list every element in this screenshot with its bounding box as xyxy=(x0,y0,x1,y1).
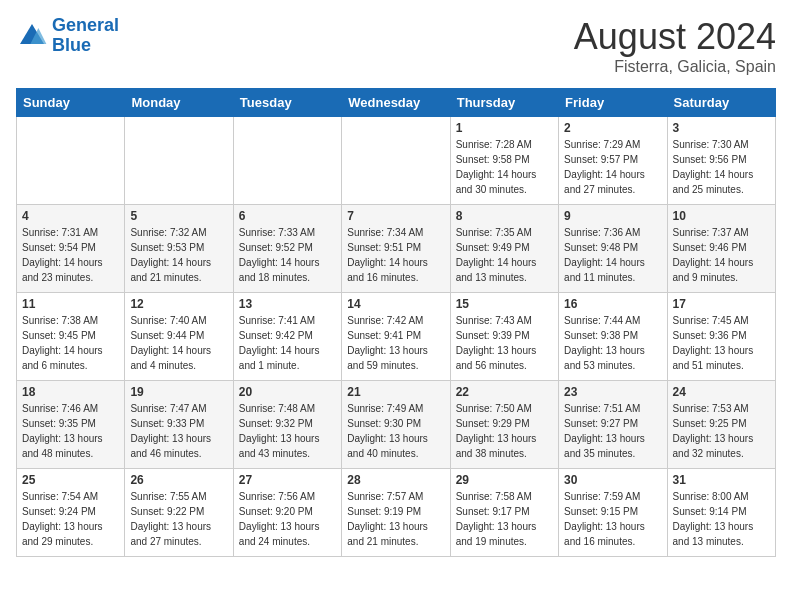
calendar-cell: 11Sunrise: 7:38 AM Sunset: 9:45 PM Dayli… xyxy=(17,293,125,381)
day-content: Sunrise: 8:00 AM Sunset: 9:14 PM Dayligh… xyxy=(673,489,770,549)
calendar-cell: 7Sunrise: 7:34 AM Sunset: 9:51 PM Daylig… xyxy=(342,205,450,293)
calendar-cell: 16Sunrise: 7:44 AM Sunset: 9:38 PM Dayli… xyxy=(559,293,667,381)
day-number: 5 xyxy=(130,209,227,223)
day-header-sunday: Sunday xyxy=(17,89,125,117)
day-content: Sunrise: 7:48 AM Sunset: 9:32 PM Dayligh… xyxy=(239,401,336,461)
day-number: 19 xyxy=(130,385,227,399)
day-content: Sunrise: 7:58 AM Sunset: 9:17 PM Dayligh… xyxy=(456,489,553,549)
day-content: Sunrise: 7:33 AM Sunset: 9:52 PM Dayligh… xyxy=(239,225,336,285)
location: Fisterra, Galicia, Spain xyxy=(574,58,776,76)
day-content: Sunrise: 7:54 AM Sunset: 9:24 PM Dayligh… xyxy=(22,489,119,549)
calendar-cell: 12Sunrise: 7:40 AM Sunset: 9:44 PM Dayli… xyxy=(125,293,233,381)
calendar-cell xyxy=(125,117,233,205)
calendar-cell: 28Sunrise: 7:57 AM Sunset: 9:19 PM Dayli… xyxy=(342,469,450,557)
calendar-cell: 30Sunrise: 7:59 AM Sunset: 9:15 PM Dayli… xyxy=(559,469,667,557)
day-number: 8 xyxy=(456,209,553,223)
calendar-cell: 14Sunrise: 7:42 AM Sunset: 9:41 PM Dayli… xyxy=(342,293,450,381)
calendar-cell: 19Sunrise: 7:47 AM Sunset: 9:33 PM Dayli… xyxy=(125,381,233,469)
day-header-monday: Monday xyxy=(125,89,233,117)
day-number: 9 xyxy=(564,209,661,223)
calendar-body: 1Sunrise: 7:28 AM Sunset: 9:58 PM Daylig… xyxy=(17,117,776,557)
day-number: 14 xyxy=(347,297,444,311)
day-number: 6 xyxy=(239,209,336,223)
day-content: Sunrise: 7:56 AM Sunset: 9:20 PM Dayligh… xyxy=(239,489,336,549)
day-header-saturday: Saturday xyxy=(667,89,775,117)
calendar-cell: 23Sunrise: 7:51 AM Sunset: 9:27 PM Dayli… xyxy=(559,381,667,469)
day-content: Sunrise: 7:38 AM Sunset: 9:45 PM Dayligh… xyxy=(22,313,119,373)
day-content: Sunrise: 7:29 AM Sunset: 9:57 PM Dayligh… xyxy=(564,137,661,197)
day-header-wednesday: Wednesday xyxy=(342,89,450,117)
calendar-cell: 18Sunrise: 7:46 AM Sunset: 9:35 PM Dayli… xyxy=(17,381,125,469)
day-number: 4 xyxy=(22,209,119,223)
day-number: 27 xyxy=(239,473,336,487)
day-number: 26 xyxy=(130,473,227,487)
calendar-cell: 24Sunrise: 7:53 AM Sunset: 9:25 PM Dayli… xyxy=(667,381,775,469)
calendar-cell: 9Sunrise: 7:36 AM Sunset: 9:48 PM Daylig… xyxy=(559,205,667,293)
calendar-cell: 25Sunrise: 7:54 AM Sunset: 9:24 PM Dayli… xyxy=(17,469,125,557)
day-number: 25 xyxy=(22,473,119,487)
day-content: Sunrise: 7:49 AM Sunset: 9:30 PM Dayligh… xyxy=(347,401,444,461)
calendar-cell: 26Sunrise: 7:55 AM Sunset: 9:22 PM Dayli… xyxy=(125,469,233,557)
calendar-cell: 22Sunrise: 7:50 AM Sunset: 9:29 PM Dayli… xyxy=(450,381,558,469)
day-content: Sunrise: 7:32 AM Sunset: 9:53 PM Dayligh… xyxy=(130,225,227,285)
day-header-friday: Friday xyxy=(559,89,667,117)
day-content: Sunrise: 7:53 AM Sunset: 9:25 PM Dayligh… xyxy=(673,401,770,461)
day-number: 11 xyxy=(22,297,119,311)
day-content: Sunrise: 7:40 AM Sunset: 9:44 PM Dayligh… xyxy=(130,313,227,373)
calendar-cell xyxy=(233,117,341,205)
page-header: General Blue August 2024 Fisterra, Galic… xyxy=(16,16,776,76)
day-content: Sunrise: 7:43 AM Sunset: 9:39 PM Dayligh… xyxy=(456,313,553,373)
day-content: Sunrise: 7:35 AM Sunset: 9:49 PM Dayligh… xyxy=(456,225,553,285)
day-number: 28 xyxy=(347,473,444,487)
calendar-cell: 15Sunrise: 7:43 AM Sunset: 9:39 PM Dayli… xyxy=(450,293,558,381)
calendar-cell: 10Sunrise: 7:37 AM Sunset: 9:46 PM Dayli… xyxy=(667,205,775,293)
day-content: Sunrise: 7:51 AM Sunset: 9:27 PM Dayligh… xyxy=(564,401,661,461)
day-content: Sunrise: 7:42 AM Sunset: 9:41 PM Dayligh… xyxy=(347,313,444,373)
week-row-1: 1Sunrise: 7:28 AM Sunset: 9:58 PM Daylig… xyxy=(17,117,776,205)
day-content: Sunrise: 7:37 AM Sunset: 9:46 PM Dayligh… xyxy=(673,225,770,285)
day-number: 24 xyxy=(673,385,770,399)
day-number: 13 xyxy=(239,297,336,311)
day-content: Sunrise: 7:36 AM Sunset: 9:48 PM Dayligh… xyxy=(564,225,661,285)
logo: General Blue xyxy=(16,16,119,56)
day-number: 2 xyxy=(564,121,661,135)
week-row-3: 11Sunrise: 7:38 AM Sunset: 9:45 PM Dayli… xyxy=(17,293,776,381)
month-title: August 2024 xyxy=(574,16,776,58)
calendar-cell: 27Sunrise: 7:56 AM Sunset: 9:20 PM Dayli… xyxy=(233,469,341,557)
calendar-cell: 6Sunrise: 7:33 AM Sunset: 9:52 PM Daylig… xyxy=(233,205,341,293)
calendar-cell: 31Sunrise: 8:00 AM Sunset: 9:14 PM Dayli… xyxy=(667,469,775,557)
calendar-cell: 1Sunrise: 7:28 AM Sunset: 9:58 PM Daylig… xyxy=(450,117,558,205)
day-number: 15 xyxy=(456,297,553,311)
day-content: Sunrise: 7:28 AM Sunset: 9:58 PM Dayligh… xyxy=(456,137,553,197)
day-content: Sunrise: 7:50 AM Sunset: 9:29 PM Dayligh… xyxy=(456,401,553,461)
day-number: 22 xyxy=(456,385,553,399)
day-content: Sunrise: 7:46 AM Sunset: 9:35 PM Dayligh… xyxy=(22,401,119,461)
day-content: Sunrise: 7:57 AM Sunset: 9:19 PM Dayligh… xyxy=(347,489,444,549)
day-number: 30 xyxy=(564,473,661,487)
day-number: 18 xyxy=(22,385,119,399)
day-number: 10 xyxy=(673,209,770,223)
day-content: Sunrise: 7:44 AM Sunset: 9:38 PM Dayligh… xyxy=(564,313,661,373)
calendar-header-row: SundayMondayTuesdayWednesdayThursdayFrid… xyxy=(17,89,776,117)
day-content: Sunrise: 7:59 AM Sunset: 9:15 PM Dayligh… xyxy=(564,489,661,549)
day-content: Sunrise: 7:41 AM Sunset: 9:42 PM Dayligh… xyxy=(239,313,336,373)
day-number: 12 xyxy=(130,297,227,311)
week-row-4: 18Sunrise: 7:46 AM Sunset: 9:35 PM Dayli… xyxy=(17,381,776,469)
day-header-thursday: Thursday xyxy=(450,89,558,117)
calendar-table: SundayMondayTuesdayWednesdayThursdayFrid… xyxy=(16,88,776,557)
calendar-cell: 8Sunrise: 7:35 AM Sunset: 9:49 PM Daylig… xyxy=(450,205,558,293)
calendar-cell: 17Sunrise: 7:45 AM Sunset: 9:36 PM Dayli… xyxy=(667,293,775,381)
calendar-cell: 4Sunrise: 7:31 AM Sunset: 9:54 PM Daylig… xyxy=(17,205,125,293)
logo-icon xyxy=(16,20,48,52)
calendar-cell: 13Sunrise: 7:41 AM Sunset: 9:42 PM Dayli… xyxy=(233,293,341,381)
day-number: 23 xyxy=(564,385,661,399)
calendar-cell xyxy=(342,117,450,205)
day-number: 7 xyxy=(347,209,444,223)
day-content: Sunrise: 7:47 AM Sunset: 9:33 PM Dayligh… xyxy=(130,401,227,461)
day-number: 17 xyxy=(673,297,770,311)
day-content: Sunrise: 7:30 AM Sunset: 9:56 PM Dayligh… xyxy=(673,137,770,197)
day-number: 31 xyxy=(673,473,770,487)
calendar-cell: 29Sunrise: 7:58 AM Sunset: 9:17 PM Dayli… xyxy=(450,469,558,557)
title-area: August 2024 Fisterra, Galicia, Spain xyxy=(574,16,776,76)
calendar-cell: 21Sunrise: 7:49 AM Sunset: 9:30 PM Dayli… xyxy=(342,381,450,469)
